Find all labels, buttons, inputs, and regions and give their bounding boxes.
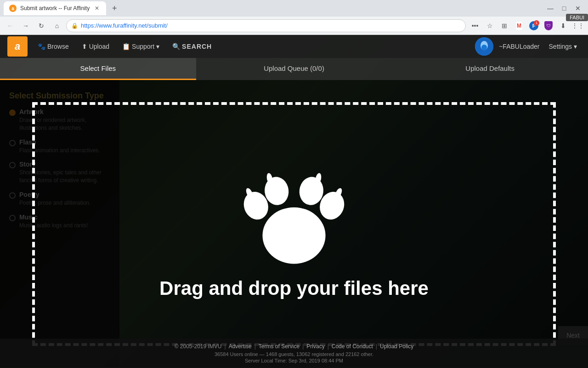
settings-button[interactable]: Settings ▾ [545, 41, 581, 52]
window-controls: — □ ✕ [544, 2, 584, 15]
browser-chrome: a Submit artwork -- Fur Affinity ✕ + — □… [0, 0, 588, 35]
toolbar-icons: ••• ☆ ⊞ M F 1 🛡 ⬇ ⋮⋮ FABUI [469, 19, 584, 32]
fa-footer: © 2005-2019 IMVU | Advertise | Terms of … [0, 339, 588, 368]
footer-time: Server Local Time: Sep 3rd, 2019 08:44 P… [5, 358, 583, 363]
paw-icon: 🐾 [38, 43, 45, 50]
tab-close-button[interactable]: ✕ [93, 5, 101, 12]
fa-content: Select Submission Type Artwork Drawn or … [0, 80, 588, 368]
browser-toolbar: ← → ↻ ⌂ 🔒 https://www.furaffinity.net/su… [0, 17, 588, 35]
shield-icon[interactable]: 🛡 [542, 19, 555, 32]
maximize-button[interactable]: □ [558, 2, 571, 15]
forward-button[interactable]: → [19, 19, 32, 32]
fa-site: a 🐾 Browse ⬆ Upload 📋 Support ▾ 🔍 SEARCH [0, 35, 588, 368]
footer-link-tos[interactable]: Terms of Service [259, 343, 300, 350]
browse-nav-item[interactable]: 🐾 Browse [31, 35, 75, 58]
bookmark-button[interactable]: ☆ [483, 19, 496, 32]
browser-titlebar: a Submit artwork -- Fur Affinity ✕ + — □… [0, 0, 588, 17]
home-button[interactable]: ⌂ [51, 19, 63, 32]
search-nav-icon: 🔍 [172, 43, 180, 50]
close-button[interactable]: ✕ [571, 2, 584, 15]
nav-right: ~FABULoader Settings ▾ [475, 37, 581, 56]
tab-select-files[interactable]: Select Files [0, 58, 196, 80]
upload-icon: ⬆ [82, 43, 87, 50]
support-icon: 📋 [122, 43, 130, 50]
more-button[interactable]: ••• [469, 19, 481, 32]
new-tab-button[interactable]: + [108, 2, 121, 15]
tab-upload-defaults[interactable]: Upload Defaults [392, 58, 588, 80]
drop-zone[interactable]: Drag and drop your files here [32, 102, 556, 346]
svg-point-3 [262, 207, 325, 264]
footer-links: © 2005-2019 IMVU | Advertise | Terms of … [5, 343, 583, 350]
tab-title: Submit artwork -- Fur Affinity [20, 5, 90, 12]
reload-button[interactable]: ↻ [35, 19, 48, 32]
footer-link-upload-policy[interactable]: Upload Policy [380, 343, 413, 350]
gmail-icon[interactable]: M [513, 19, 526, 32]
footer-link-coc[interactable]: Code of Conduct [332, 343, 373, 350]
drop-zone-overlay: Drag and drop your files here [0, 80, 588, 368]
paw-icon-large [234, 149, 354, 268]
fa-logo[interactable]: a [7, 36, 28, 57]
copyright: © 2005-2019 IMVU [175, 343, 222, 350]
site-nav: a 🐾 Browse ⬆ Upload 📋 Support ▾ 🔍 SEARCH [0, 35, 588, 58]
drag-drop-text: Drag and drop your files here [159, 277, 429, 299]
minimize-button[interactable]: — [544, 2, 557, 15]
user-avatar[interactable] [475, 37, 493, 56]
support-nav-item[interactable]: 📋 Support ▾ [116, 35, 166, 58]
address-bar[interactable]: 🔒 https://www.furaffinity.net/submit/ [66, 19, 466, 32]
tab-search-button[interactable]: ⊞ [498, 19, 511, 32]
url-display: https://www.furaffinity.net/submit/ [81, 22, 461, 29]
tab-upload-queue[interactable]: Upload Queue (0/0) [196, 58, 392, 80]
extension-icon-1[interactable]: F 1 [527, 19, 540, 32]
back-button[interactable]: ← [4, 19, 17, 32]
svg-point-2 [481, 45, 487, 50]
footer-link-advertise[interactable]: Advertise [229, 343, 252, 350]
username-display: ~FABULoader [499, 43, 539, 50]
search-nav-item[interactable]: 🔍 SEARCH [166, 43, 218, 50]
fa-tabs: Select Files Upload Queue (0/0) Upload D… [0, 58, 588, 80]
active-tab[interactable]: a Submit artwork -- Fur Affinity ✕ [4, 1, 106, 15]
notification-badge: 1 [534, 20, 539, 26]
footer-link-privacy[interactable]: Privacy [306, 343, 324, 350]
upload-nav-item[interactable]: ⬆ Upload [75, 35, 116, 58]
avatar-image [475, 37, 493, 56]
footer-stats: 36584 Users online — 1468 guests, 13062 … [5, 351, 583, 357]
tab-favicon: a [9, 5, 17, 12]
fabui-tooltip: FABUI [566, 14, 588, 21]
lock-icon: 🔒 [71, 23, 78, 29]
